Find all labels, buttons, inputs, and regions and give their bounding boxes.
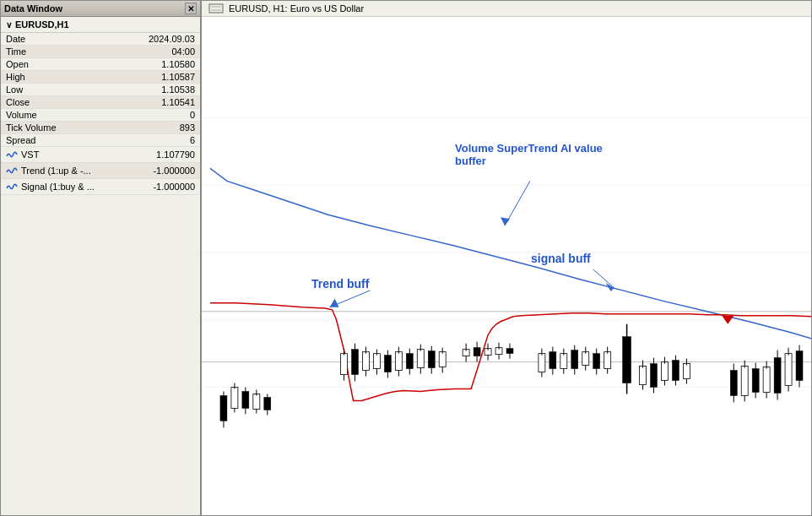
table-row: Close1.10541: [1, 96, 200, 109]
svg-rect-26: [341, 354, 348, 375]
svg-rect-41: [395, 352, 402, 371]
svg-rect-83: [582, 352, 589, 366]
svg-rect-71: [539, 354, 545, 372]
row-value: 0: [104, 109, 200, 122]
row-value: 1.10587: [104, 71, 200, 84]
svg-rect-110: [730, 371, 737, 396]
table-row: Spread6: [1, 134, 200, 147]
row-label: Date: [1, 33, 104, 46]
svg-rect-77: [560, 354, 567, 369]
table-row: Time04:00: [1, 46, 200, 58]
data-window: Data Window ✕ ∨ EURUSD,H1 Date2024.09.03…: [0, 0, 201, 516]
svg-rect-101: [661, 362, 668, 381]
svg-rect-119: [763, 367, 770, 393]
svg-rect-98: [651, 364, 658, 388]
symbol-label: EURUSD,H1: [15, 19, 69, 30]
svg-rect-122: [774, 358, 781, 394]
svg-rect-47: [417, 350, 424, 368]
chart-area: EURUSD, H1: Euro vs US Dollar: [201, 0, 812, 516]
svg-rect-95: [640, 367, 647, 385]
svg-rect-74: [549, 352, 556, 369]
row-label: Open: [1, 58, 104, 71]
row-label: Time: [1, 46, 104, 58]
indicator-value: 1.107790: [156, 149, 195, 160]
row-value: 1.10580: [104, 58, 200, 71]
svg-rect-92: [623, 337, 631, 383]
row-label: High: [1, 71, 104, 84]
wave-icon: [6, 149, 18, 160]
svg-rect-11: [220, 395, 227, 421]
row-value: 1.10541: [104, 96, 200, 109]
wave-icon: [6, 165, 18, 177]
indicator-label: VST: [21, 149, 156, 160]
svg-marker-136: [330, 299, 339, 307]
chart-svg: [202, 17, 811, 513]
svg-rect-80: [571, 350, 578, 369]
row-value: 893: [104, 122, 200, 134]
svg-rect-53: [439, 352, 446, 367]
chart-icon: [208, 3, 224, 14]
indicator-label: Signal (1:buy & ...: [21, 182, 153, 192]
svg-rect-128: [796, 351, 803, 381]
row-label: Tick Volume: [1, 122, 104, 134]
svg-rect-125: [785, 354, 792, 386]
row-value: 6: [104, 134, 200, 147]
chart-titlebar: EURUSD, H1: Euro vs US Dollar: [202, 1, 811, 17]
close-button[interactable]: ✕: [185, 3, 197, 14]
svg-rect-107: [683, 364, 690, 379]
svg-rect-116: [752, 369, 759, 393]
collapse-icon[interactable]: ∨: [6, 20, 12, 30]
svg-rect-89: [604, 352, 611, 369]
row-value: 2024.09.03: [104, 33, 200, 46]
table-row: Volume0: [1, 109, 200, 122]
svg-rect-20: [253, 394, 260, 409]
svg-rect-113: [741, 367, 748, 396]
chart-canvas[interactable]: Volume SuperTrend AI valuebuffer signal …: [202, 17, 811, 513]
svg-rect-38: [384, 356, 391, 372]
svg-rect-35: [373, 354, 380, 369]
wave-icon: [6, 181, 18, 193]
indicator-value: -1.000000: [153, 166, 195, 176]
row-value: 04:00: [104, 46, 200, 58]
svg-rect-44: [406, 354, 413, 369]
svg-rect-50: [428, 351, 435, 368]
table-row: Low1.10538: [1, 84, 200, 96]
indicator-row: VST 1.107790: [1, 147, 200, 163]
svg-rect-32: [362, 352, 369, 371]
table-row: High1.10587: [1, 71, 200, 84]
svg-rect-104: [672, 361, 679, 381]
indicator-label: Trend (1:up & -...: [21, 166, 153, 176]
svg-rect-86: [593, 354, 600, 369]
indicator-row: Signal (1:buy & ... -1.000000: [1, 179, 200, 195]
table-row: Open1.10580: [1, 58, 200, 71]
ohlcv-table: Date2024.09.03Time04:00Open1.10580High1.…: [1, 33, 200, 147]
svg-rect-14: [231, 388, 238, 409]
indicator-value: -1.000000: [153, 182, 195, 192]
row-label: Low: [1, 84, 104, 96]
chart-title: EURUSD, H1: Euro vs US Dollar: [229, 3, 364, 14]
symbol-row: ∨ EURUSD,H1: [1, 17, 200, 33]
table-row: Tick Volume893: [1, 122, 200, 134]
svg-rect-29: [352, 350, 359, 375]
svg-rect-23: [264, 397, 271, 410]
row-value: 1.10538: [104, 84, 200, 96]
indicator-row: Trend (1:up & -... -1.000000: [1, 163, 200, 179]
table-row: Date2024.09.03: [1, 33, 200, 46]
row-label: Spread: [1, 134, 104, 147]
data-window-titlebar[interactable]: Data Window ✕: [1, 1, 200, 17]
row-label: Volume: [1, 109, 104, 122]
svg-rect-17: [242, 391, 249, 408]
row-label: Close: [1, 96, 104, 109]
svg-rect-0: [209, 4, 223, 13]
data-window-title: Data Window: [4, 3, 62, 14]
